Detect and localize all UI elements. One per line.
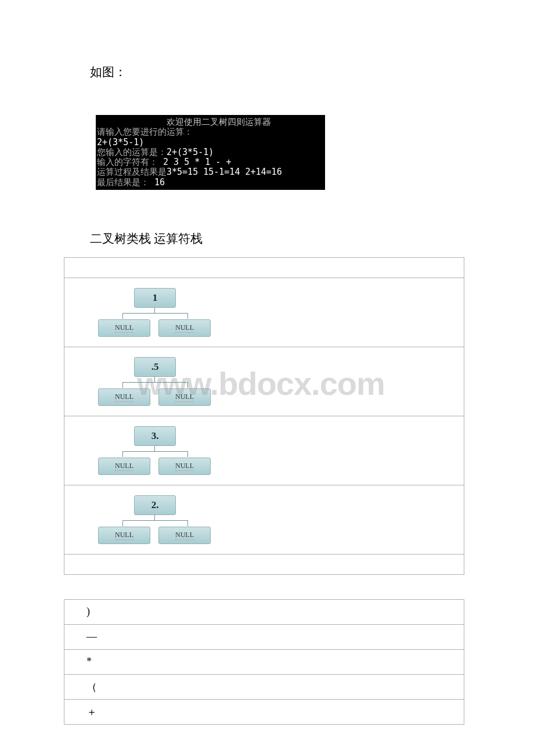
section-heading: 二叉树类栈 运算符栈 [90, 231, 470, 247]
tree-connector [98, 446, 214, 458]
tree-stack-table: 1 NULL NULL www.bdocx.com .5 NULL NULL [64, 257, 464, 575]
console-input: 2+(3*5-1) [97, 138, 324, 147]
intro-text: 如图： [90, 64, 470, 80]
tree-diagram: 2. NULL NULL [64, 488, 464, 551]
console-title: 欢迎使用二叉树四则运算器 [97, 117, 324, 127]
tree-right-leaf: NULL [158, 319, 211, 337]
console-result-label: 最后结果是： [97, 177, 154, 188]
console-echo-value: 2+(3*5-1) [167, 147, 214, 157]
tree-diagram: .5 NULL NULL [64, 350, 464, 413]
console-prompt: 请输入您要进行的运算： [97, 127, 324, 137]
console-chars-label: 输入的字符有： [97, 157, 163, 167]
tree-left-leaf: NULL [98, 458, 150, 475]
console-process-label: 运算过程及结果是 [97, 167, 167, 177]
tree-diagram: 3. NULL NULL [64, 419, 464, 482]
operator-cell: — [64, 624, 464, 649]
table-footer-empty [64, 554, 464, 574]
tree-root-node: 2. [134, 495, 176, 515]
tree-right-leaf: NULL [158, 527, 211, 544]
tree-left-leaf: NULL [98, 319, 150, 337]
tree-connector [98, 377, 214, 388]
console-process-value: 3*5=15 15-1=14 2+14=16 [167, 167, 282, 177]
tree-diagram: 1 NULL NULL [64, 281, 464, 344]
operator-cell: （ [64, 674, 464, 699]
document-page: 如图： 欢迎使用二叉树四则运算器 请输入您要进行的运算： 2+(3*5-1) 您… [0, 0, 534, 754]
table-row: 2. NULL NULL [64, 485, 464, 554]
operator-stack-table: ) — * （ ＋ [64, 599, 464, 725]
tree-left-leaf: NULL [98, 527, 150, 544]
console-echo-label: 您输入的运算是： [97, 147, 167, 157]
tree-connector [98, 515, 214, 527]
operator-cell: * [64, 649, 464, 674]
console-result-line: 最后结果是： 16 [97, 178, 324, 188]
tree-root-node: .5 [134, 357, 176, 377]
operator-cell: ＋ [64, 699, 464, 724]
console-screenshot: 欢迎使用二叉树四则运算器 请输入您要进行的运算： 2+(3*5-1) 您输入的运… [96, 115, 325, 190]
console-process-line: 运算过程及结果是3*5=15 15-1=14 2+14=16 [97, 167, 324, 177]
console-chars-value: 2 3 5 * 1 - + [163, 157, 231, 167]
table-row: 1 NULL NULL [64, 278, 464, 347]
tree-root-node: 1 [134, 288, 176, 308]
console-echo-line: 您输入的运算是：2+(3*5-1) [97, 147, 324, 157]
table-row: www.bdocx.com .5 NULL NULL [64, 347, 464, 416]
tree-right-leaf: NULL [158, 458, 211, 475]
tree-connector [98, 308, 214, 319]
tree-left-leaf: NULL [98, 388, 150, 406]
console-result-value: 16 [154, 177, 165, 188]
operator-cell: ) [64, 599, 464, 624]
console-chars-line: 输入的字符有： 2 3 5 * 1 - + [97, 157, 324, 167]
tree-root-node: 3. [134, 426, 176, 446]
table-row: 3. NULL NULL [64, 416, 464, 485]
table-header-empty [64, 257, 464, 278]
tree-right-leaf: NULL [158, 388, 211, 406]
